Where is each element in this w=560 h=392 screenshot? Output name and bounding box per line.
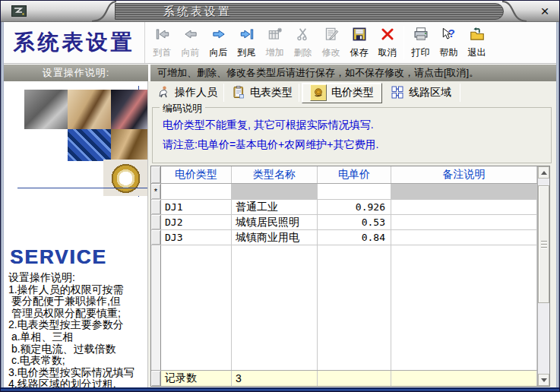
meter-type-icon bbox=[232, 85, 245, 101]
cell-note[interactable] bbox=[391, 215, 537, 229]
tab-line-areas[interactable]: 线路区域 bbox=[384, 83, 457, 103]
header-bars: 设置操作说明: 可增加、删除、修改各类型后请进行保存，如不保存修改，请点击[取消… bbox=[4, 65, 556, 81]
decor-line bbox=[17, 188, 148, 188]
tab-label: 线路区域 bbox=[409, 86, 451, 100]
grid-row[interactable]: DJ3 城镇商业用电 0.84 bbox=[151, 230, 537, 245]
record-count-value: 3 bbox=[232, 371, 318, 386]
operator-icon bbox=[157, 85, 170, 101]
go-last-button[interactable]: 到尾 bbox=[233, 24, 261, 62]
print-button[interactable]: 打印 bbox=[407, 24, 435, 62]
toolbar-separator bbox=[403, 26, 404, 59]
save-icon bbox=[351, 26, 368, 46]
cell-price[interactable]: 0.84 bbox=[318, 230, 391, 245]
tab-label: 电表类型 bbox=[250, 86, 293, 100]
line-area-icon bbox=[391, 85, 404, 101]
coding-note-groupbox: 编码说明 电价类型不能重复, 其它可根据实际情况填写. 请注意:电单价=基本电价… bbox=[152, 107, 552, 163]
service-text: SERVICE bbox=[10, 245, 107, 269]
grid-new-row[interactable]: * bbox=[151, 184, 537, 200]
close-button[interactable]: × bbox=[536, 3, 553, 20]
window-border-right bbox=[556, 22, 559, 391]
delete-icon bbox=[295, 26, 312, 46]
cell-note[interactable] bbox=[391, 230, 537, 245]
save-button[interactable]: 保存 bbox=[345, 24, 373, 62]
cell-code[interactable]: DJ3 bbox=[161, 230, 232, 245]
grid-row[interactable]: DJ2 城镇居民照明 0.53 bbox=[151, 215, 537, 230]
scroll-up-button[interactable] bbox=[538, 166, 549, 179]
grid-footer-row: 记录数 3 bbox=[151, 370, 537, 386]
titlebar-curve-left bbox=[89, 1, 119, 22]
tab-label: 操作人员 bbox=[175, 86, 217, 100]
photo-hands bbox=[111, 129, 148, 161]
cancel-button[interactable]: 取消 bbox=[373, 24, 401, 62]
page-title: 系统表设置 bbox=[4, 22, 145, 63]
column-header-code: 电价类型 bbox=[161, 166, 232, 183]
tab-separator bbox=[299, 84, 299, 102]
vertical-scrollbar[interactable] bbox=[537, 166, 549, 386]
price-type-grid: 电价类型 类型名称 电单价 备注说明 * DJ1 bbox=[150, 166, 550, 387]
go-next-button[interactable]: 向后 bbox=[204, 24, 233, 62]
edit-icon bbox=[323, 26, 340, 46]
tab-meter-types[interactable]: 电表类型 bbox=[226, 83, 299, 103]
sidebar: SERVICE 设置操作说明: 1.操作人员的权限可按需 要分配便于兼职操作,但… bbox=[4, 81, 148, 387]
go-next-icon bbox=[210, 26, 227, 46]
note-line-1: 电价类型不能重复, 其它可根据实际情况填写. bbox=[163, 119, 374, 132]
grid-corner-cell bbox=[151, 166, 161, 183]
row-selector[interactable]: * bbox=[151, 184, 161, 199]
cell-note[interactable] bbox=[391, 200, 537, 214]
sidebar-header: 设置操作说明: bbox=[4, 65, 148, 81]
go-prev-button: 向前 bbox=[176, 24, 204, 62]
titlebar-curve-right bbox=[499, 1, 530, 22]
cell-code[interactable] bbox=[161, 184, 232, 199]
tab-separator bbox=[223, 84, 224, 102]
grid-row[interactable]: DJ1 普通工业 0.926 bbox=[151, 200, 537, 215]
scrollbar-thumb[interactable] bbox=[538, 185, 549, 303]
row-selector[interactable] bbox=[151, 200, 161, 214]
main-panel: 操作人员 电表类型 电价类型 线路区域 bbox=[148, 81, 556, 387]
cancel-icon bbox=[379, 26, 396, 46]
toolbar: 系统表设置 到首 向前 向后 到尾 增加 bbox=[4, 22, 556, 64]
add-button: 增加 bbox=[261, 24, 289, 62]
help-icon: ? bbox=[441, 26, 457, 46]
row-selector[interactable] bbox=[151, 215, 161, 229]
cell-code[interactable]: DJ1 bbox=[161, 200, 232, 214]
exit-icon bbox=[469, 26, 486, 46]
grid-header-row: 电价类型 类型名称 电单价 备注说明 bbox=[151, 166, 537, 184]
tab-price-types[interactable]: 电价类型 bbox=[302, 83, 382, 103]
price-type-icon bbox=[310, 84, 327, 101]
go-prev-icon bbox=[182, 26, 199, 46]
row-selector[interactable] bbox=[151, 230, 161, 245]
cell-price[interactable]: 0.926 bbox=[318, 200, 391, 214]
print-icon bbox=[413, 26, 429, 46]
cell-code[interactable]: DJ2 bbox=[161, 215, 232, 229]
help-button[interactable]: ? 帮助 bbox=[435, 24, 463, 62]
window-border-left bbox=[1, 22, 4, 391]
go-first-button: 到首 bbox=[148, 24, 176, 62]
cell-name[interactable]: 城镇居民照明 bbox=[232, 215, 318, 229]
cell-price[interactable]: 0.53 bbox=[318, 215, 391, 229]
column-header-price: 电单价 bbox=[318, 166, 391, 183]
window-border-bottom bbox=[1, 387, 559, 391]
edit-button: 修改 bbox=[317, 24, 345, 62]
photo-watch bbox=[103, 160, 148, 196]
row-selector bbox=[151, 371, 161, 386]
go-last-icon bbox=[239, 26, 255, 46]
cell-note[interactable] bbox=[391, 184, 537, 199]
app-icon bbox=[11, 5, 27, 17]
column-header-note: 备注说明 bbox=[391, 166, 537, 183]
cell-name[interactable] bbox=[232, 184, 318, 199]
scroll-down-button[interactable] bbox=[538, 374, 549, 386]
notice-bar: 可增加、删除、修改各类型后请进行保存，如不保存修改，请点击[取消]。 bbox=[150, 65, 556, 81]
tab-operators[interactable]: 操作人员 bbox=[150, 83, 223, 103]
add-icon bbox=[267, 26, 283, 46]
tab-label: 电价类型 bbox=[331, 86, 374, 100]
cell-price[interactable] bbox=[318, 184, 391, 199]
exit-button[interactable]: 退出 bbox=[463, 24, 491, 62]
photo-tools bbox=[111, 90, 148, 129]
grid-empty-area bbox=[151, 245, 537, 370]
cell-name[interactable]: 普通工业 bbox=[232, 200, 318, 214]
groupbox-title: 编码说明 bbox=[160, 102, 205, 115]
title-bar: 系统表设置 × bbox=[1, 1, 559, 22]
tab-strip: 操作人员 电表类型 电价类型 线路区域 bbox=[148, 82, 556, 103]
cell-name[interactable]: 城镇商业用电 bbox=[232, 230, 318, 245]
note-line-2: 请注意:电单价=基本电价+农网维护+其它费用. bbox=[163, 138, 378, 152]
